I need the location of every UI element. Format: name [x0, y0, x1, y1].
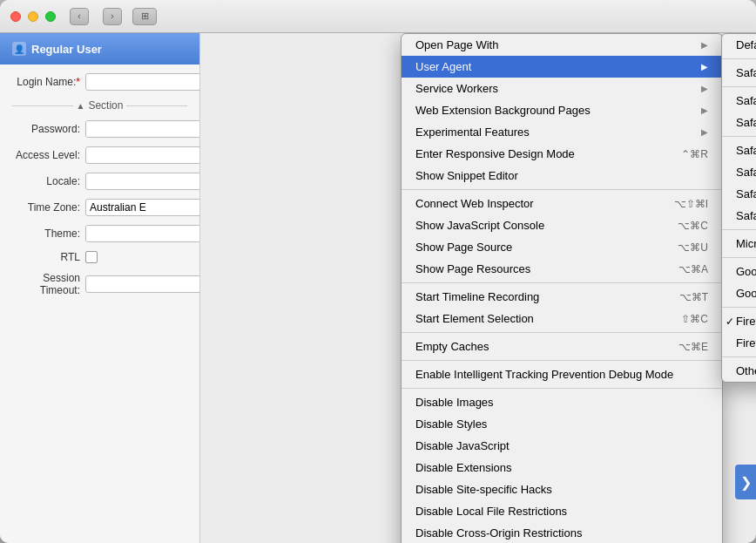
submenu-item-safari-ios13-iphone[interactable]: Safari — iOS 13.1.3 — iPhone — [722, 139, 756, 161]
form-panel: 👤 Regular User Login Name:* ▲ Section — [0, 33, 200, 543]
submenu-item-firefox-windows[interactable]: Firefox — Windows — [722, 332, 756, 354]
section-arrow-icon: ▲ — [77, 101, 85, 111]
submenu-item-label: Safari 14.1.2 — [736, 66, 756, 79]
forward-button[interactable]: › — [103, 8, 122, 25]
submenu-item-default[interactable]: Default (Automatically Chosen) — [722, 34, 756, 56]
submenu-arrow-icon: ▶ — [701, 84, 708, 93]
submenu-separator — [722, 356, 756, 357]
submenu-item-other[interactable]: Other... — [722, 360, 756, 382]
menu-item-label: Disable Site-specific Hacks — [415, 483, 708, 496]
menu-item-js-console[interactable]: Show JavaScript Console ⌥⌘C — [402, 214, 722, 236]
submenu-arrow-icon: ▶ — [701, 105, 708, 115]
access-level-label: Access Level: — [12, 149, 80, 161]
section-line-left — [12, 105, 73, 106]
menu-item-snippet-editor[interactable]: Show Snippet Editor — [402, 165, 722, 187]
chevron-right-icon: ❯ — [740, 474, 752, 491]
menu-separator — [402, 360, 722, 361]
menu-item-responsive-design[interactable]: Enter Responsive Design Mode ⌃⌘R — [402, 143, 722, 165]
menu-item-page-source[interactable]: Show Page Source ⌥⌘U — [402, 236, 722, 258]
back-button[interactable]: ‹ — [70, 8, 89, 25]
menu-item-disable-extensions[interactable]: Disable Extensions — [402, 457, 722, 479]
menu-item-service-workers[interactable]: Service Workers ▶ — [402, 78, 722, 99]
rtl-checkbox[interactable] — [85, 251, 98, 263]
menu-shortcut: ⌥⌘A — [678, 263, 708, 275]
menu-item-web-inspector[interactable]: Connect Web Inspector ⌥⇧⌘I — [402, 193, 722, 214]
submenu-item-safari-ios13-ipad[interactable]: Safari — iOS 13.1.3 — iPad — [722, 205, 756, 227]
menu-item-disable-styles[interactable]: Disable Styles — [402, 413, 722, 435]
submenu-item-safari-ios13-ipad-mini[interactable]: Safari — iOS 13.1.3 — iPad Mini — [722, 183, 756, 205]
form-body: Login Name:* ▲ Section Password: — [0, 64, 199, 314]
submenu-item-label: Safari — iOS 13.1.3 — iPod touch — [736, 166, 756, 179]
theme-input[interactable] — [85, 225, 200, 242]
submenu-item-safari-14[interactable]: Safari 14.1.2 — [722, 62, 756, 84]
close-button[interactable] — [10, 11, 21, 22]
menu-item-label: Service Workers — [415, 82, 694, 95]
submenu-item-safari-ios14-iphone[interactable]: Safari — iOS 14.0 — iPhone — [722, 90, 756, 112]
submenu-item-firefox-macos[interactable]: Firefox — macOS — [722, 310, 756, 332]
menu-item-user-agent[interactable]: User Agent ▶ — [402, 56, 722, 78]
locale-input[interactable] — [85, 173, 200, 190]
right-edge-button[interactable]: ❯ — [735, 465, 756, 499]
menu-item-label: Show Page Source — [415, 241, 660, 254]
menu-shortcut: ⌥⌘C — [678, 220, 708, 232]
submenu-item-safari-ios13-ipod[interactable]: Safari — iOS 13.1.3 — iPod touch — [722, 161, 756, 183]
submenu-item-label: Google Chrome — Windows — [736, 287, 756, 300]
submenu-item-safari-ios14-ipad[interactable]: Safari — iOS 14.0 — iPad Pro — [722, 112, 756, 133]
minimize-button[interactable] — [28, 11, 38, 22]
submenu-item-label: Other... — [736, 364, 756, 377]
menu-item-element-selection[interactable]: Start Element Selection ⇧⌘C — [402, 308, 722, 329]
timezone-input[interactable] — [85, 199, 200, 216]
submenu-item-label: Safari — iOS 13.1.3 — iPhone — [736, 144, 756, 157]
timezone-row: Time Zone: — [12, 199, 187, 216]
toggle-button[interactable]: ⊞ — [132, 8, 157, 25]
menu-item-page-resources[interactable]: Show Page Resources ⌥⌘A — [402, 258, 722, 280]
maximize-button[interactable] — [45, 11, 56, 22]
menu-item-disable-local-file[interactable]: Disable Local File Restrictions — [402, 500, 722, 522]
session-timeout-input[interactable] — [85, 275, 200, 293]
submenu-separator — [722, 257, 756, 258]
menu-item-label: Start Timeline Recording — [415, 290, 662, 303]
menu-item-disable-images[interactable]: Disable Images — [402, 391, 722, 413]
submenu-separator — [722, 136, 756, 137]
menu-item-experimental[interactable]: Experimental Features ▶ — [402, 121, 722, 143]
menu-item-label: Show Snippet Editor — [415, 169, 708, 182]
submenu-item-edge[interactable]: Microsoft Edge — [722, 233, 756, 255]
menu-item-disable-cors[interactable]: Disable Cross-Origin Restrictions — [402, 522, 722, 543]
form-title: Regular User — [31, 43, 102, 56]
rtl-label: RTL — [12, 251, 80, 263]
menu-item-label: Start Element Selection — [415, 312, 664, 325]
access-level-input[interactable] — [85, 146, 200, 164]
menu-item-label: Open Page With — [415, 38, 694, 51]
user-agent-submenu[interactable]: Default (Automatically Chosen) Safari 14… — [721, 33, 756, 383]
menu-item-empty-caches[interactable]: Empty Caches ⌥⌘E — [402, 336, 722, 357]
menu-item-open-page-with[interactable]: Open Page With ▶ — [402, 34, 722, 56]
submenu-item-chrome-windows[interactable]: Google Chrome — Windows — [722, 282, 756, 304]
menu-shortcut: ⌃⌘R — [681, 148, 708, 160]
primary-menu[interactable]: Open Page With ▶ User Agent ▶ Service Wo… — [401, 33, 723, 543]
password-row: Password: — [12, 120, 187, 138]
submenu-item-chrome-macos[interactable]: Google Chrome — macOS — [722, 261, 756, 282]
submenu-item-label: Safari — iOS 14.0 — iPhone — [736, 94, 756, 107]
submenu-item-label: Firefox — Windows — [736, 336, 756, 350]
menu-item-disable-site-hacks[interactable]: Disable Site-specific Hacks — [402, 479, 722, 500]
menu-shortcut: ⌥⌘E — [678, 341, 708, 353]
submenu-separator — [722, 58, 756, 59]
login-name-row: Login Name:* — [12, 73, 187, 91]
menu-separator — [402, 332, 722, 333]
menu-item-label: User Agent — [415, 60, 694, 73]
rtl-row: RTL — [12, 251, 187, 263]
menu-item-label: Enable Intelligent Tracking Prevention D… — [415, 368, 708, 381]
menu-item-web-extension[interactable]: Web Extension Background Pages ▶ — [402, 99, 722, 121]
submenu-item-label: Safari — iOS 14.0 — iPad Pro — [736, 116, 756, 129]
menu-item-disable-js[interactable]: Disable JavaScript — [402, 435, 722, 457]
menu-item-label: Disable Local File Restrictions — [415, 505, 708, 518]
menu-item-label: Show Page Resources — [415, 262, 661, 275]
login-name-input[interactable] — [85, 73, 200, 91]
menu-item-timeline[interactable]: Start Timeline Recording ⌥⌘T — [402, 286, 722, 308]
menu-item-tracking-prevention[interactable]: Enable Intelligent Tracking Prevention D… — [402, 363, 722, 385]
menu-item-label: Connect Web Inspector — [415, 197, 657, 210]
submenu-item-label: Google Chrome — macOS — [736, 265, 756, 278]
session-timeout-label: Session Timeout: — [12, 272, 80, 296]
password-input[interactable] — [85, 120, 200, 138]
menu-item-label: Web Extension Background Pages — [415, 104, 694, 117]
